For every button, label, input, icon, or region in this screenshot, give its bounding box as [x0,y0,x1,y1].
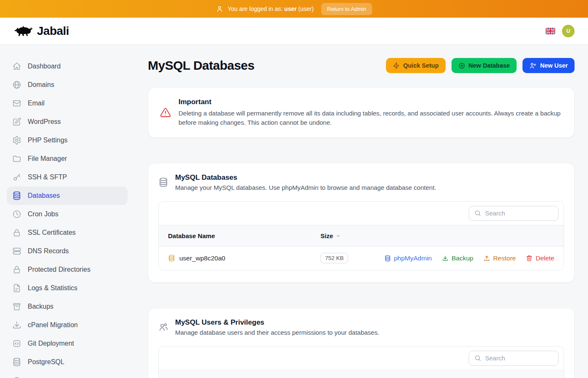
sidebar-item-dns-records[interactable]: DNS Records [7,242,128,260]
sidebar-item-dashboard[interactable]: Dashboard [7,57,128,76]
column-header-database-name: Database Name [168,232,320,239]
section-title: MySQL Databases [175,173,436,182]
new-user-label: New User [540,62,568,69]
server-icon [12,247,21,256]
sidebar-item-label: Protected Directories [28,266,90,273]
archive-icon [12,302,21,311]
lock-icon [12,265,21,274]
important-notice-card: Important Deleting a database will perma… [148,87,575,138]
new-database-button[interactable]: New Database [452,58,517,73]
sidebar-item-wordpress[interactable]: WordPress [7,113,128,131]
sidebar-item-label: PHP Settings [28,136,68,144]
sidebar-item-label: Logs & Statistics [28,284,77,292]
lightning-bolt-icon [393,62,400,69]
database-icon [384,255,391,262]
language-flag-icon[interactable] [546,28,555,34]
page-title: MySQL Databases [148,58,255,73]
section-title: MySQL Users & Privileges [175,318,379,327]
folder-icon [12,154,21,163]
database-icon [12,191,21,200]
sidebar-item-ssl-certificates[interactable]: SSL Certificates [7,223,128,242]
partial-item-icon [12,376,21,378]
key-icon [12,173,21,182]
warning-triangle-icon [160,107,171,118]
sidebar-item-ssh-sftp[interactable]: SSH & SFTP [7,168,128,186]
clock-icon [12,210,21,219]
user-avatar[interactable]: U [562,25,575,37]
impersonated-username: user [284,5,297,12]
sidebar-item-label: DNS Records [28,247,69,255]
sidebar-item-partial[interactable] [7,371,128,378]
sidebar-item-label: Backups [28,303,53,310]
home-icon [12,62,21,71]
users-section-card: MySQL Users & Privileges Manage database… [148,308,575,378]
section-description: Manage database users and their access p… [175,329,379,336]
databases-search[interactable] [469,206,559,221]
databases-section-card: MySQL Databases Manage your MySQL databa… [148,163,575,283]
sidebar-item-label: Cron Jobs [28,210,58,218]
database-name-cell: user_wp8c20a0 [168,255,320,262]
user-plus-icon [529,62,537,69]
sidebar-item-label: WordPress [28,118,61,126]
sidebar-item-databases[interactable]: Databases [7,186,128,205]
sidebar-item-cpanel-migration[interactable]: cPanel Migration [7,316,128,334]
users-search[interactable] [469,351,559,366]
sidebar-item-label: Dashboard [28,63,60,70]
mail-icon [12,99,21,108]
lock-icon [12,228,21,237]
sidebar-item-email[interactable]: Email [7,94,128,113]
impersonation-bar: You are logged in as: user (user) Return… [0,0,588,18]
database-icon [158,177,168,187]
sidebar-item-label: PostgreSQL [28,358,64,366]
sidebar-item-label: SSL Certificates [28,229,76,236]
pencil-square-icon [12,117,21,126]
sidebar-item-backups[interactable]: Backups [7,297,128,316]
section-description: Manage your MySQL databases. Use phpMyAd… [175,184,436,191]
user-icon [216,5,223,13]
sidebar-item-label: Databases [28,192,60,200]
sidebar-item-label: cPanel Migration [28,321,78,329]
globe-icon [12,80,21,89]
database-icon [168,255,175,262]
sidebar: Dashboard Domains Email WordPress PHP Se… [0,45,134,378]
new-user-button[interactable]: New User [522,58,575,73]
sidebar-item-label: Email [28,100,45,107]
file-text-icon [12,284,21,293]
sidebar-item-git-deployment[interactable]: Git Deployment [7,334,128,353]
users-table: User Database Privileges [158,346,564,378]
impersonated-role: (user) [298,5,314,12]
sidebar-item-cron-jobs[interactable]: Cron Jobs [7,205,128,223]
sidebar-item-label: File Manager [28,155,67,163]
database-icon [12,357,21,367]
download-icon [12,320,21,330]
restore-link[interactable]: Restore [483,255,516,262]
quick-setup-button[interactable]: Quick Setup [386,58,446,73]
sidebar-item-logs-statistics[interactable]: Logs & Statistics [7,279,128,297]
column-header-size[interactable]: Size [320,232,554,239]
sidebar-item-label: Git Deployment [28,340,74,347]
backup-link[interactable]: Backup [442,255,473,262]
notice-body: Deleting a database will permanently rem… [178,109,562,127]
databases-search-input[interactable] [485,210,553,217]
sidebar-item-protected-directories[interactable]: Protected Directories [7,260,128,279]
sidebar-item-php-settings[interactable]: PHP Settings [7,131,128,150]
upload-icon [483,255,490,262]
search-icon [474,354,481,362]
app-header: Jabali U [0,18,588,45]
sidebar-item-file-manager[interactable]: File Manager [7,150,128,168]
databases-table: Database Name Size user_wp8c20a0 752 KB [158,201,564,270]
delete-link[interactable]: Delete [526,255,554,262]
table-row: user_wp8c20a0 752 KB phpMyAdmin Backup [159,247,564,270]
phpmyadmin-link[interactable]: phpMyAdmin [384,255,432,262]
sidebar-item-label: Domains [28,81,54,89]
brand-name: Jabali [37,24,69,38]
sidebar-item-domains[interactable]: Domains [7,76,128,94]
sidebar-item-postgresql[interactable]: PostgreSQL [7,353,128,371]
return-to-admin-button[interactable]: Return to Admin [321,3,372,15]
size-badge: 752 KB [320,253,348,263]
search-icon [474,210,481,217]
sidebar-item-label: SSH & SFTP [28,173,67,181]
notice-title: Important [178,98,562,106]
users-search-input[interactable] [485,354,553,362]
brand-logo[interactable]: Jabali [13,24,69,38]
